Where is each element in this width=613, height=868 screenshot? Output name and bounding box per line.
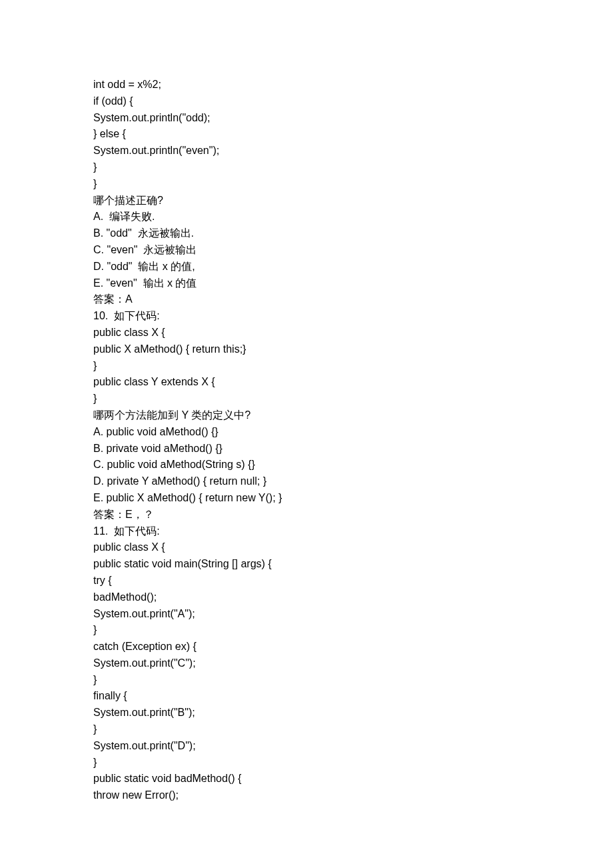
- code-line: public static void main(String [] args) …: [93, 556, 520, 573]
- code-line: }: [93, 622, 520, 639]
- code-line: System.out.print("C");: [93, 655, 520, 672]
- option-d: D. "odd" 输出 x 的值,: [93, 259, 520, 275]
- code-line: public class Y extends X {: [93, 374, 520, 391]
- code-line: }: [93, 672, 520, 689]
- code-line: System.out.println("odd);: [93, 110, 520, 127]
- code-line: } else {: [93, 126, 520, 143]
- code-line: }: [93, 755, 520, 771]
- code-line: System.out.print("B");: [93, 705, 520, 721]
- code-line: System.out.print("D");: [93, 738, 520, 755]
- code-line: public X aMethod() { return this;}: [93, 341, 520, 358]
- option-e: E. "even" 输出 x 的值: [93, 275, 520, 292]
- code-line: System.out.println("even");: [93, 143, 520, 159]
- code-line: try {: [93, 573, 520, 589]
- code-line: finally {: [93, 688, 520, 705]
- option-b: B. "odd" 永远被输出.: [93, 225, 520, 242]
- code-line: }: [93, 159, 520, 176]
- code-line: throw new Error();: [93, 787, 520, 804]
- code-line: }: [93, 391, 520, 407]
- option-a: A. public void aMethod() {}: [93, 424, 520, 441]
- question-label: 11. 如下代码:: [93, 523, 520, 540]
- code-line: catch (Exception ex) {: [93, 639, 520, 655]
- option-c: C. "even" 永远被输出: [93, 242, 520, 259]
- code-line: badMethod();: [93, 589, 520, 606]
- code-line: }: [93, 358, 520, 375]
- code-line: }: [93, 721, 520, 738]
- option-d: D. private Y aMethod() { return null; }: [93, 473, 520, 490]
- document-page: int odd = x%2; if (odd) { System.out.pri…: [0, 0, 613, 868]
- code-line: System.out.print("A");: [93, 606, 520, 623]
- code-line: int odd = x%2;: [93, 77, 520, 93]
- answer-text: 答案：A: [93, 291, 520, 308]
- option-e: E. public X aMethod() { return new Y(); …: [93, 490, 520, 507]
- answer-text: 答案：E，？: [93, 507, 520, 523]
- question-text: 哪两个方法能加到 Y 类的定义中?: [93, 407, 520, 424]
- question-label: 10. 如下代码:: [93, 308, 520, 325]
- code-line: }: [93, 176, 520, 193]
- option-b: B. private void aMethod() {}: [93, 441, 520, 457]
- code-line: public class X {: [93, 325, 520, 341]
- option-c: C. public void aMethod(String s) {}: [93, 457, 520, 473]
- code-line: public class X {: [93, 539, 520, 556]
- code-line: public static void badMethod() {: [93, 771, 520, 787]
- question-text: 哪个描述正确?: [93, 193, 520, 209]
- option-a: A. 编译失败.: [93, 209, 520, 225]
- code-line: if (odd) {: [93, 93, 520, 110]
